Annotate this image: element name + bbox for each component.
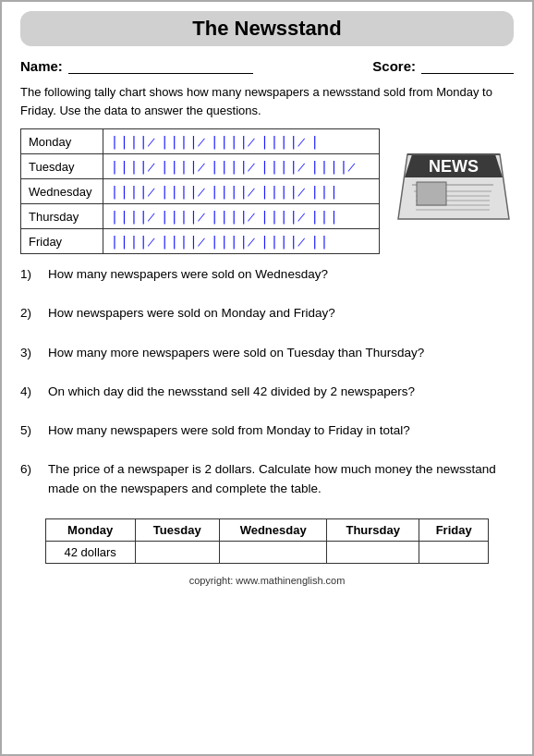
- question-text-1: How many newspapers were sold on Wednesd…: [48, 265, 514, 284]
- page: The Newsstand Name: Score: The following…: [0, 0, 534, 756]
- title-bar: The Newsstand: [20, 11, 514, 46]
- question-text-6: The price of a newspaper is 2 dollars. C…: [48, 460, 514, 498]
- tally-section: Monday||||̷||||̷||||̷||||̷|Tuesday||||̷|…: [20, 128, 514, 254]
- tally-day-monday: Monday: [21, 129, 103, 154]
- questions-section: 1)How many newspapers were sold on Wedne…: [20, 265, 514, 564]
- name-field: Name:: [20, 57, 253, 74]
- name-label: Name:: [20, 58, 63, 74]
- question-text-5: How many newspapers were sold from Monda…: [48, 421, 514, 440]
- question-num-5: 5): [20, 421, 48, 440]
- question-text-3: How many more newspapers were sold on Tu…: [48, 344, 514, 362]
- bottom-table-cell-1: [135, 541, 219, 563]
- bottom-table-header-monday: Monday: [45, 518, 135, 541]
- tally-day-thursday: Thursday: [21, 204, 103, 229]
- tally-day-friday: Friday: [21, 229, 103, 254]
- name-underline: [68, 57, 253, 74]
- newspaper-image: NEWS: [394, 128, 514, 239]
- tally-table: Monday||||̷||||̷||||̷||||̷|Tuesday||||̷|…: [20, 128, 380, 254]
- question-6: 6)The price of a newspaper is 2 dollars.…: [20, 460, 514, 498]
- bottom-table-cell-4: [419, 541, 489, 563]
- question-num-3: 3): [20, 344, 48, 362]
- copyright: copyright: www.mathinenglish.com: [20, 575, 514, 586]
- score-label: Score:: [372, 58, 416, 74]
- tally-marks-wednesday: ||||̷||||̷||||̷||||̷|||: [103, 179, 379, 204]
- svg-rect-9: [417, 182, 446, 205]
- question-4: 4)On which day did the newsstand sell 42…: [20, 383, 514, 401]
- bottom-table-header-wednesday: Wednesday: [219, 518, 327, 541]
- question-5: 5)How many newspapers were sold from Mon…: [20, 421, 514, 440]
- tally-day-wednesday: Wednesday: [21, 179, 103, 204]
- bottom-table: MondayTuesdayWednesdayThursdayFriday42 d…: [45, 518, 490, 564]
- question-text-4: On which day did the newsstand sell 42 d…: [48, 383, 514, 401]
- intro-text: The following tally chart shows how many…: [20, 83, 514, 119]
- bottom-table-header-thursday: Thursday: [327, 518, 419, 541]
- question-num-6: 6): [20, 460, 48, 498]
- tally-marks-monday: ||||̷||||̷||||̷||||̷|: [103, 129, 379, 154]
- bottom-table-cell-0: 42 dollars: [45, 541, 135, 563]
- bottom-table-header-tuesday: Tuesday: [135, 518, 219, 541]
- bottom-table-cell-3: [327, 541, 419, 563]
- question-1: 1)How many newspapers were sold on Wedne…: [20, 265, 514, 284]
- score-underline: [421, 57, 514, 74]
- question-num-1: 1): [20, 265, 48, 284]
- question-2: 2)How newspapers were sold on Monday and…: [20, 304, 514, 323]
- tally-marks-thursday: ||||̷||||̷||||̷||||̷|||: [103, 204, 379, 229]
- score-field: Score:: [372, 57, 514, 74]
- tally-day-tuesday: Tuesday: [21, 154, 103, 179]
- page-title: The Newsstand: [20, 17, 514, 41]
- question-text-2: How newspapers were sold on Monday and F…: [48, 304, 514, 323]
- bottom-table-section: MondayTuesdayWednesdayThursdayFriday42 d…: [20, 518, 514, 564]
- question-num-4: 4): [20, 383, 48, 401]
- tally-marks-tuesday: ||||̷||||̷||||̷||||̷||||̷: [103, 154, 379, 179]
- question-num-2: 2): [20, 304, 48, 323]
- bottom-table-header-friday: Friday: [419, 518, 489, 541]
- bottom-table-cell-2: [219, 541, 327, 563]
- svg-text:NEWS: NEWS: [429, 157, 479, 176]
- name-score-row: Name: Score:: [20, 57, 514, 74]
- tally-marks-friday: ||||̷||||̷||||̷||||̷||: [103, 229, 379, 254]
- question-3: 3)How many more newspapers were sold on …: [20, 344, 514, 362]
